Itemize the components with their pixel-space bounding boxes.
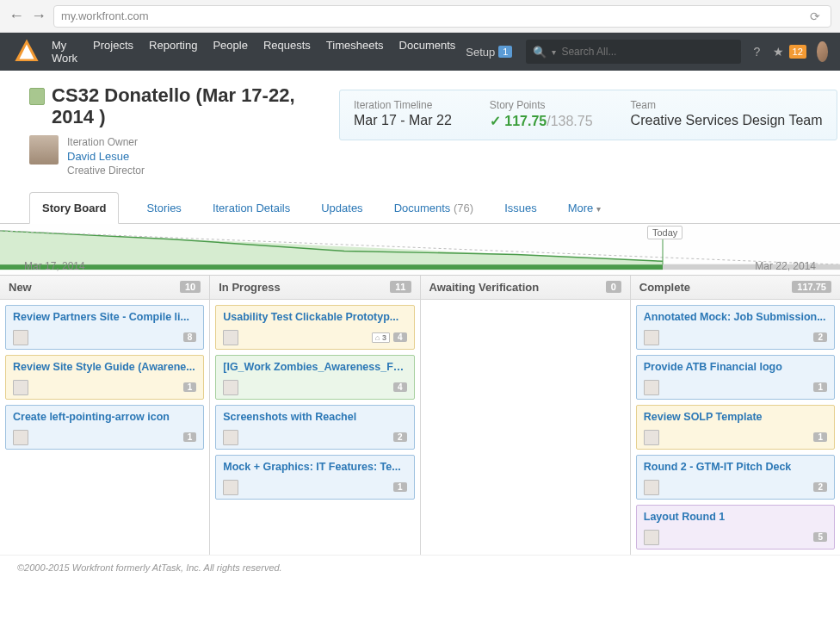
column-complete-title: Complete [639, 281, 690, 294]
card-points-badge: 1 [813, 382, 827, 392]
card-subtask-icon: ⌂ 3 [372, 332, 390, 343]
nav-people[interactable]: People [213, 39, 247, 65]
iteration-icon [29, 88, 45, 105]
points-label: Story Points [490, 99, 593, 111]
story-card[interactable]: Create left-pointing-arrow icon1 [5, 405, 204, 450]
card-points-badge: 1 [183, 432, 197, 442]
card-title: Review Site Style Guide (Awarene... [13, 361, 196, 373]
story-card[interactable]: Mock + Graphics: IT Features: Te...1 [215, 455, 414, 500]
url-bar[interactable]: my.workfront.com ⟳ [53, 5, 831, 28]
owner-avatar[interactable] [29, 135, 59, 165]
assignee-avatar[interactable] [644, 480, 659, 495]
nav-projects[interactable]: Projects [93, 39, 133, 65]
browser-forward-icon[interactable]: → [31, 7, 46, 25]
assignee-avatar[interactable] [644, 530, 659, 545]
page-header: CS32 Donatello (Mar 17-22, 2014 ) Iterat… [0, 71, 840, 182]
tab-story-board[interactable]: Story Board [29, 192, 119, 224]
story-card[interactable]: Review SOLP Template1 [636, 405, 835, 450]
tab-stories[interactable]: Stories [143, 193, 184, 223]
top-nav: My Work Projects Reporting People Reques… [0, 33, 840, 71]
points-value: ✓ 117.75/138.75 [490, 113, 593, 129]
page-title: CS32 Donatello (Mar 17-22, 2014 ) [52, 84, 322, 128]
tab-updates[interactable]: Updates [318, 193, 366, 223]
burndown-start-date: Mar 17, 2014 [24, 260, 85, 272]
nav-my-work[interactable]: My Work [52, 39, 77, 65]
tab-documents[interactable]: Documents (76) [391, 193, 478, 223]
card-title: Review SOLP Template [644, 411, 827, 423]
card-points-badge: 1 [393, 482, 407, 492]
column-awaiting-verification: Awaiting Verification 0 [421, 276, 631, 555]
column-complete-count: 117.75 [792, 281, 831, 293]
story-card[interactable]: [IG_Work Zombies_Awareness_Fe...4 [215, 355, 414, 400]
timeline-label: Iteration Timeline [354, 99, 452, 111]
card-points-badge: 4 [393, 382, 407, 392]
story-card[interactable]: Round 2 - GTM-IT Pitch Deck2 [636, 455, 835, 500]
assignee-avatar[interactable] [644, 430, 659, 445]
card-points-badge: 2 [813, 332, 827, 342]
assignee-avatar[interactable] [223, 430, 238, 445]
setup-badge: 1 [498, 46, 512, 58]
card-title: Create left-pointing-arrow icon [13, 411, 196, 423]
search-scope-dropdown-icon[interactable]: ▾ [552, 47, 556, 57]
story-card[interactable]: Provide ATB Financial logo1 [636, 355, 835, 400]
assignee-avatar[interactable] [13, 330, 28, 345]
search-input[interactable] [561, 46, 734, 58]
card-points-badge: 1 [183, 382, 197, 392]
story-card[interactable]: Annotated Mock: Job Submission...2 [636, 305, 835, 350]
nav-reporting[interactable]: Reporting [149, 39, 197, 65]
nav-timesheets[interactable]: Timesheets [326, 39, 384, 65]
story-card[interactable]: Layout Round 15 [636, 505, 835, 550]
svg-rect-6 [0, 264, 663, 270]
story-board: New 10 Review Partners Site - Compile li… [0, 276, 840, 555]
help-icon[interactable]: ? [751, 42, 762, 61]
assignee-avatar[interactable] [223, 330, 238, 345]
global-search[interactable]: 🔍 ▾ [526, 40, 741, 64]
copyright: ©2000-2015 Workfront formerly AtTask, In… [17, 562, 282, 573]
tabs: Story Board Stories Iteration Details Up… [0, 187, 840, 224]
timeline-value: Mar 17 - Mar 22 [354, 113, 452, 128]
nav-documents[interactable]: Documents [399, 39, 456, 65]
burndown-end-date: Mar 22, 2014 [755, 260, 816, 272]
page-footer: ©2000-2015 Workfront formerly AtTask, In… [0, 555, 840, 580]
owner-role: Creative Director [67, 164, 145, 177]
card-points-badge: 2 [813, 482, 827, 492]
refresh-icon[interactable]: ⟳ [806, 9, 824, 23]
column-inprogress-count: 11 [390, 281, 411, 293]
card-title: Screenshots with Reachel [223, 411, 406, 423]
team-link[interactable]: Creative Services Design Team [631, 113, 823, 128]
story-card[interactable]: Review Partners Site - Compile li...8 [5, 305, 204, 350]
card-points-badge: 8 [183, 332, 197, 342]
card-title: Layout Round 1 [644, 511, 827, 523]
favorites-star-icon[interactable]: ★ [773, 42, 784, 61]
owner-name-link[interactable]: David Lesue [67, 149, 145, 165]
story-card[interactable]: Review Site Style Guide (Awarene...1 [5, 355, 204, 400]
setup-link[interactable]: Setup 1 [466, 46, 512, 59]
card-title: Review Partners Site - Compile li... [13, 311, 196, 323]
story-card[interactable]: Screenshots with Reachel2 [215, 405, 414, 450]
column-in-progress: In Progress 11 Usability Test Clickable … [210, 276, 420, 555]
assignee-avatar[interactable] [223, 380, 238, 395]
tab-iteration-details[interactable]: Iteration Details [209, 193, 293, 223]
tab-more[interactable]: More ▾ [565, 193, 604, 223]
card-title: Usability Test Clickable Prototyp... [223, 311, 406, 323]
assignee-avatar[interactable] [13, 380, 28, 395]
search-icon: 🔍 [533, 46, 547, 59]
assignee-avatar[interactable] [644, 330, 659, 345]
workfront-logo-icon[interactable] [12, 37, 41, 66]
browser-back-icon[interactable]: ← [9, 7, 24, 25]
story-card[interactable]: Usability Test Clickable Prototyp...⌂ 34 [215, 305, 414, 350]
assignee-avatar[interactable] [644, 380, 659, 395]
notifications-badge[interactable]: 12 [789, 45, 806, 59]
tab-issues[interactable]: Issues [501, 193, 540, 223]
team-label: Team [631, 99, 823, 111]
assignee-avatar[interactable] [223, 480, 238, 495]
nav-requests[interactable]: Requests [263, 39, 311, 65]
card-points-badge: 1 [813, 432, 827, 442]
card-title: [IG_Work Zombies_Awareness_Fe... [223, 361, 406, 373]
assignee-avatar[interactable] [13, 430, 28, 445]
card-title: Annotated Mock: Job Submission... [644, 311, 827, 323]
column-awaiting-title: Awaiting Verification [429, 281, 540, 294]
column-inprogress-title: In Progress [219, 281, 281, 294]
card-title: Mock + Graphics: IT Features: Te... [223, 461, 406, 473]
user-avatar[interactable] [817, 41, 828, 62]
